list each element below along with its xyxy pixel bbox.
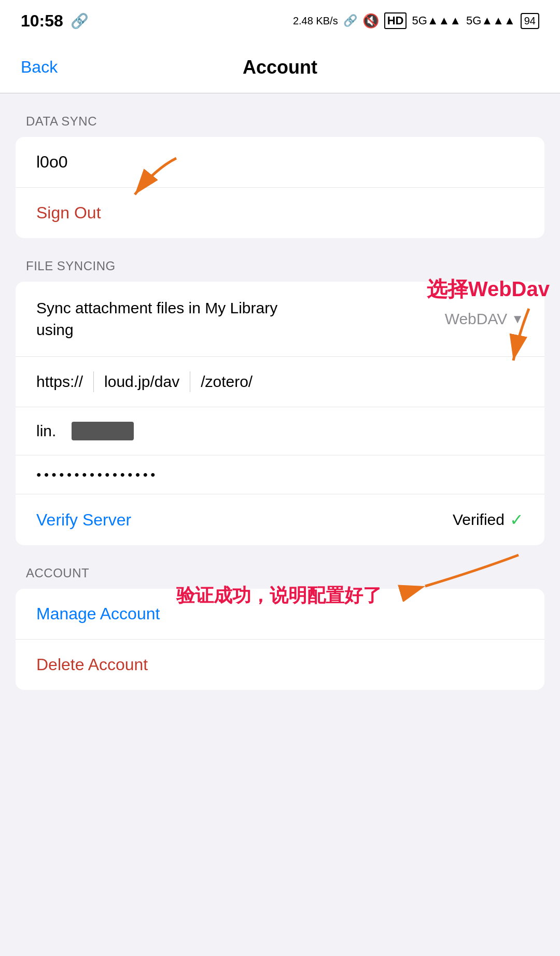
sync-method-row[interactable]: Sync attachment files in My Library usin…	[16, 282, 544, 357]
verified-text: Verified	[453, 511, 505, 529]
dot-15: ●	[143, 470, 148, 479]
dot-10: ●	[105, 470, 110, 479]
dot-16: ●	[150, 470, 156, 479]
password-dots: ● ● ● ● ● ● ● ● ● ● ● ● ● ● ● ●	[36, 470, 156, 479]
check-icon: ✓	[510, 510, 524, 530]
username-value: l0o0	[36, 153, 68, 172]
url-row[interactable]: https:// loud.jp/dav /zotero/	[16, 357, 544, 407]
delete-account-button[interactable]: Delete Account	[36, 655, 148, 674]
dot-2: ●	[44, 470, 49, 479]
file-syncing-card: Sync attachment files in My Library usin…	[16, 282, 544, 545]
account-section: ACCOUNT Manage Account Delete Account	[0, 566, 560, 690]
dot-3: ●	[51, 470, 57, 479]
url-separator-2	[190, 371, 190, 392]
manage-account-row[interactable]: Manage Account	[16, 589, 544, 640]
dot-12: ●	[120, 470, 125, 479]
credentials-row[interactable]: lin.	[16, 407, 544, 455]
sign-out-button[interactable]: Sign Out	[36, 203, 101, 223]
verify-status: Verified ✓	[453, 510, 524, 530]
data-sync-label: DATA SYNC	[0, 114, 560, 129]
hd-icon: HD	[384, 12, 407, 29]
status-time: 10:58	[21, 11, 63, 31]
delete-account-row[interactable]: Delete Account	[16, 640, 544, 690]
battery-indicator: 94	[521, 13, 539, 29]
page-title: Account	[243, 57, 317, 78]
file-syncing-label: FILE SYNCING	[0, 259, 560, 273]
sign-out-row[interactable]: Sign Out	[16, 188, 544, 238]
account-card: Manage Account Delete Account	[16, 589, 544, 690]
network-5g-1: 5G▲▲▲	[412, 14, 461, 27]
nav-bar: Back Account	[0, 41, 560, 93]
sync-method-value: WebDAV	[445, 310, 508, 328]
data-sync-card: l0o0 Sign Out	[16, 137, 544, 238]
dot-13: ●	[128, 470, 133, 479]
url-host[interactable]: loud.jp/dav	[104, 373, 179, 391]
dropdown-icon: ▼	[511, 312, 524, 326]
status-icons: 2.48 KB/s 🔗 🔇 HD 5G▲▲▲ 5G▲▲▲ 94	[293, 12, 539, 29]
dot-4: ●	[59, 470, 64, 479]
network-speed: 2.48 KB/s	[293, 16, 338, 26]
password-row[interactable]: ● ● ● ● ● ● ● ● ● ● ● ● ● ● ● ●	[16, 455, 544, 494]
dot-1: ●	[36, 470, 41, 479]
dot-14: ●	[135, 470, 141, 479]
link-icon: 🔗	[71, 12, 89, 30]
file-syncing-section: FILE SYNCING Sync attachment files in My…	[0, 259, 560, 545]
url-path[interactable]: /zotero/	[201, 373, 253, 391]
url-separator	[93, 371, 94, 392]
dot-8: ●	[90, 470, 95, 479]
dot-5: ●	[67, 470, 72, 479]
dot-9: ●	[97, 470, 102, 479]
dot-11: ●	[113, 470, 118, 479]
link-status-icon: 🔗	[343, 14, 357, 27]
data-sync-section: DATA SYNC l0o0 Sign Out	[0, 114, 560, 238]
dot-6: ●	[74, 470, 79, 479]
sync-method-selector[interactable]: WebDAV ▼	[445, 310, 524, 328]
back-button[interactable]: Back	[21, 58, 58, 77]
content: DATA SYNC l0o0 Sign Out FILE SYNCING Syn…	[0, 93, 560, 731]
network-5g-2: 5G▲▲▲	[466, 14, 515, 27]
cred-username-value[interactable]: lin.	[36, 422, 56, 440]
manage-account-button[interactable]: Manage Account	[36, 604, 160, 624]
mute-icon: 🔇	[362, 13, 379, 29]
url-protocol[interactable]: https://	[36, 373, 83, 391]
account-section-label: ACCOUNT	[0, 566, 560, 580]
dot-7: ●	[82, 470, 87, 479]
username-row: l0o0	[16, 137, 544, 188]
cred-password-hidden	[72, 422, 134, 440]
sync-label: Sync attachment files in My Library usin…	[36, 297, 296, 341]
verify-server-button[interactable]: Verify Server	[36, 510, 131, 530]
verify-server-row[interactable]: Verify Server Verified ✓	[16, 494, 544, 545]
status-bar: 10:58 🔗 2.48 KB/s 🔗 🔇 HD 5G▲▲▲ 5G▲▲▲ 94	[0, 0, 560, 41]
